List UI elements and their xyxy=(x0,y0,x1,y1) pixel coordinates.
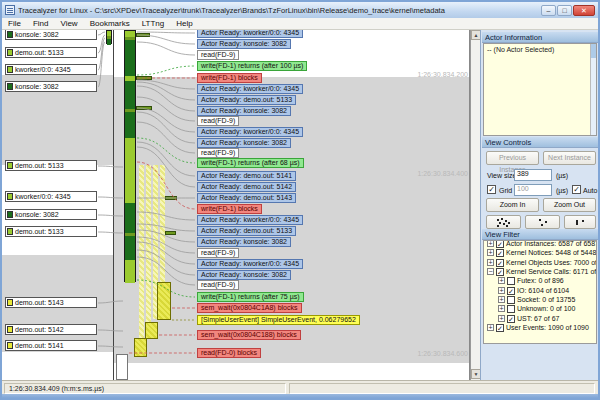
event-label[interactable]: Actor Ready: demo.out: 5141 xyxy=(197,171,296,181)
menu-item-help[interactable]: Help xyxy=(170,19,198,28)
actor-label[interactable]: demo.out: 5141 xyxy=(5,340,97,351)
trace-segment[interactable] xyxy=(125,112,135,138)
event-label[interactable]: read(FD-9) xyxy=(197,116,239,126)
filter-tree-item[interactable]: +✓Kernel Objects Uses: 7000 of 7000 xyxy=(487,258,597,267)
menu-item-view[interactable]: View xyxy=(54,19,83,28)
actor-label[interactable]: demo.out: 5133 xyxy=(5,160,97,171)
filter-tree-item[interactable]: +Socket: 0 of 13755 xyxy=(498,295,575,304)
filter-tree-item[interactable]: +✓User Events: 1090 of 1090 xyxy=(487,323,589,332)
trace-block[interactable] xyxy=(157,282,171,320)
trace-segment[interactable] xyxy=(125,203,135,233)
grid-checkbox[interactable]: ✓ xyxy=(487,185,496,194)
expand-icon[interactable]: + xyxy=(498,305,505,312)
event-label[interactable]: Actor Ready: demo.out: 5143 xyxy=(197,193,296,203)
detail-dense-button[interactable] xyxy=(486,215,521,229)
event-label[interactable]: read(FD-9) xyxy=(197,50,239,60)
actor-information-scrollbar[interactable] xyxy=(590,44,596,135)
next-instance-button[interactable]: Next Instance xyxy=(543,151,596,165)
trace-segment[interactable] xyxy=(107,39,111,45)
event-label[interactable]: write(FD-1) blocks xyxy=(197,204,262,214)
expand-icon[interactable]: + xyxy=(487,259,494,266)
event-label[interactable]: Actor Ready: kworker/0:0: 4345 xyxy=(197,84,303,94)
event-label[interactable]: [SimpleUserEvent] SimpleUserEvent, 0.062… xyxy=(197,315,360,325)
event-label[interactable]: write(FD-1) returns (after 68 µs) xyxy=(197,158,304,168)
trace-segment[interactable] xyxy=(125,138,135,203)
actor-label[interactable]: demo.out: 5142 xyxy=(5,324,97,335)
event-label[interactable]: read(FD-0) blocks xyxy=(197,348,261,358)
filter-checkbox[interactable]: ✓ xyxy=(496,259,504,267)
trace-segment[interactable] xyxy=(125,236,135,260)
event-label[interactable]: sem_wait(0x0804C188) blocks xyxy=(197,330,301,340)
event-label[interactable]: Actor Ready: kworker/0:0: 4345 xyxy=(197,259,303,269)
event-label[interactable]: read(FD-9) xyxy=(197,280,239,290)
filter-checkbox[interactable]: ✓ xyxy=(496,324,504,332)
detail-medium-button[interactable] xyxy=(525,215,560,229)
event-label[interactable]: Actor Ready: konsole: 3082 xyxy=(197,237,291,247)
collapse-icon[interactable]: − xyxy=(487,268,494,275)
menu-item-bookmarks[interactable]: Bookmarks xyxy=(84,19,136,28)
actor-label[interactable]: konsole: 3082 xyxy=(5,209,97,220)
filter-checkbox[interactable]: ✓ xyxy=(496,249,504,257)
filter-tree-item[interactable]: −✓Kernel Service Calls: 6171 of 20922 xyxy=(487,267,597,276)
trace-block[interactable] xyxy=(134,338,147,357)
filter-checkbox[interactable]: ✓ xyxy=(507,287,515,295)
zoom-in-button[interactable]: Zoom In xyxy=(486,198,539,212)
filter-tree-item[interactable]: +✓IO: 6104 of 6104 xyxy=(498,286,569,295)
event-label[interactable]: Actor Ready: konsole: 3082 xyxy=(197,270,291,280)
maximize-button[interactable]: □ xyxy=(557,5,572,16)
actor-label[interactable]: demo.out: 5143 xyxy=(5,297,97,308)
trace-scrollbar[interactable]: ▲ ▼ xyxy=(470,30,480,380)
mini-execution-column[interactable] xyxy=(106,30,112,44)
event-label[interactable]: Actor Ready: demo.out: 5142 xyxy=(197,182,296,192)
fragment-marker[interactable] xyxy=(136,76,152,80)
filter-checkbox[interactable] xyxy=(507,296,515,304)
menu-item-file[interactable]: File xyxy=(2,19,27,28)
expand-icon[interactable]: + xyxy=(487,324,494,331)
event-label[interactable]: read(FD-9) xyxy=(197,248,239,258)
detail-sparse-button[interactable] xyxy=(564,215,596,229)
grid-input[interactable]: 100 xyxy=(514,184,552,196)
actor-label[interactable]: konsole: 3082 xyxy=(5,81,97,92)
event-label[interactable]: write(FD-1) returns (after 75 µs) xyxy=(197,292,304,302)
event-label[interactable]: Actor Ready: kworker/0:0: 4345 xyxy=(197,215,303,225)
expand-icon[interactable]: + xyxy=(498,287,505,294)
expand-icon[interactable]: + xyxy=(498,315,505,322)
actor-label[interactable]: demo.out: 5133 xyxy=(5,47,97,58)
expand-icon[interactable]: + xyxy=(487,240,494,247)
event-label[interactable]: Actor Ready: konsole: 3082 xyxy=(197,138,291,148)
actor-label[interactable]: kworker/0:0: 4345 xyxy=(5,64,97,75)
actor-label[interactable]: konsole: 3082 xyxy=(5,29,97,40)
fragment-marker[interactable] xyxy=(136,33,150,37)
filter-tree-item[interactable]: +✓Kernel Notices: 5448 of 5448 xyxy=(487,248,596,257)
expand-icon[interactable]: + xyxy=(487,249,494,256)
trace-segment[interactable] xyxy=(125,260,135,283)
menu-item-find[interactable]: Find xyxy=(27,19,55,28)
filter-tree-item[interactable]: +✓UST: 67 of 67 xyxy=(498,314,559,323)
filter-checkbox[interactable]: ✓ xyxy=(507,315,515,323)
filter-checkbox[interactable]: ✓ xyxy=(496,268,504,276)
zoom-out-button[interactable]: Zoom Out xyxy=(543,198,596,212)
filter-checkbox[interactable] xyxy=(507,305,515,313)
event-label[interactable]: Actor Ready: konsole: 3082 xyxy=(197,106,291,116)
menu-item-lttng[interactable]: LTTng xyxy=(136,19,171,28)
fragment-marker[interactable] xyxy=(165,231,176,235)
trace-segment[interactable] xyxy=(125,40,135,76)
execution-column[interactable] xyxy=(124,30,136,282)
filter-checkbox[interactable]: ✓ xyxy=(496,240,504,248)
event-label[interactable]: Actor Ready: demo.out: 5133 xyxy=(197,226,296,236)
filter-tree-item[interactable]: +Futex: 0 of 896 xyxy=(498,276,564,285)
fragment-marker[interactable] xyxy=(165,196,177,200)
previous-instance-button[interactable]: Previous Instance xyxy=(486,151,539,165)
event-label[interactable]: read(FD-9) xyxy=(197,148,239,158)
trace-segment[interactable] xyxy=(125,81,135,109)
fragment-marker[interactable] xyxy=(136,106,152,110)
close-button[interactable]: ✕ xyxy=(573,5,595,16)
view-size-input[interactable]: 389 xyxy=(514,169,552,181)
filter-tree-item[interactable]: +Unknown: 0 of 100 xyxy=(498,304,575,313)
expand-icon[interactable]: + xyxy=(498,277,505,284)
minimize-button[interactable]: – xyxy=(541,5,556,16)
event-label[interactable]: sem_wait(0x0804C1A8) blocks xyxy=(197,303,302,313)
event-label[interactable]: Actor Ready: kworker/0:0: 4345 xyxy=(197,127,303,137)
event-label[interactable]: Actor Ready: konsole: 3082 xyxy=(197,39,291,49)
auto-checkbox[interactable]: ✓ xyxy=(572,185,581,194)
